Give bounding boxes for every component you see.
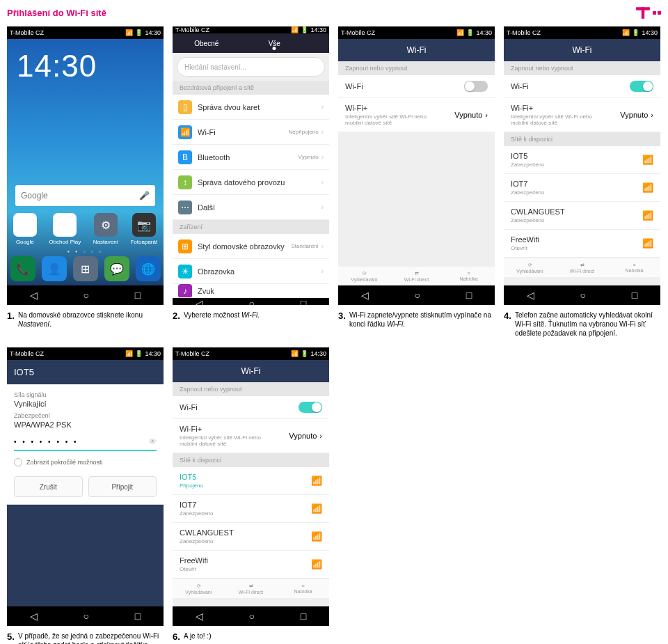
bbar-menu[interactable]: ≡Nabídka [443,267,495,285]
screenshot-step-2: T-Mobile CZ📶🔋14:30 Obecné Vše Hledání na… [173,26,329,305]
mic-icon[interactable]: 🎤 [139,191,150,201]
caption-6: A je to! :) [184,631,211,643]
caption-5: V případě, že se jedná o zabezpečenou Wi… [18,631,164,644]
screenshot-step-5: T-Mobile CZ📶🔋14:30 IOT5 Síla signálu Vyn… [7,347,164,626]
row-more[interactable]: ⋯Další› [173,195,329,220]
screenshot-step-3: T-Mobile CZ📶🔋14:30 Wi-Fi Zapnout nebo vy… [338,26,495,305]
tmobile-logo [635,5,661,20]
dock-contacts[interactable]: 👤 [42,256,67,281]
dialog-title: IOT5 [7,360,164,384]
svg-rect-1 [642,7,644,19]
wifi-toggle-on[interactable] [630,81,653,92]
search-input[interactable]: Hledání nastavení... [177,57,325,77]
wifi-header: Wi-Fi [338,39,495,61]
tab-all[interactable]: Vše [241,40,309,47]
net-iot5[interactable]: IOT5Zabezpečeno📶 [504,146,660,174]
wifi-toggle-off[interactable] [464,81,488,92]
bbar-direct[interactable]: ⇄Wi-Fi direct [390,267,443,285]
page-title: Přihlášení do Wi-Fi sítě [7,8,106,18]
caption-4: Telefon začne automaticky vyhledávat oko… [515,311,660,338]
row-display[interactable]: ☀Obrazovka› [173,259,329,284]
row-dual-sim[interactable]: ▯Správa dvou karet› [173,95,329,120]
net-freewifi[interactable]: FreeWifiOtevřít📶 [504,230,660,258]
net-cwlanguest[interactable]: CWLANGUESTZabezpečeno📶 [504,202,660,230]
app-camera[interactable]: 📷Fotoaparát [130,213,157,245]
row-bluetooth[interactable]: BBluetoothVypnuto› [173,145,329,170]
clock: 14:30 [7,39,164,84]
net-iot5-connected[interactable]: IOT5Připojeno📶 [173,467,329,495]
row-data[interactable]: ↕Správa datového provozu› [173,170,329,195]
row-sound[interactable]: ♪Zvuk [173,284,329,298]
cancel-button[interactable]: Zrušit [14,476,83,497]
wifi-icon: 📶 [642,155,653,165]
wifi-toggle-row[interactable]: Wi-Fi [338,75,495,98]
row-wifi[interactable]: 📶Wi-FiNepřipojeno› [173,120,329,145]
caption-3: Wi-Fi zapnete/vypnete stisknutím vypínač… [349,311,495,329]
password-input[interactable]: • • • • • • • • 👁 [14,433,157,451]
row-homestyle[interactable]: ⊞Styl domovské obrazovkyStandardní› [173,234,329,259]
bbar-scan[interactable]: ⟳Vyhledávání [338,267,390,285]
dock-browser[interactable]: 🌐 [136,256,161,281]
caption-1: Na domovské obrazovce stisknete ikonu Na… [18,311,164,329]
google-search[interactable]: Google🎤 [15,185,155,206]
screenshot-step-1: T-Mobile CZ📶🔋14:30 14:30 Google🎤 GGoogle… [7,26,164,305]
screenshot-step-4: T-Mobile CZ📶🔋14:30 Wi-Fi Zapnout nebo vy… [504,26,660,305]
dock-phone[interactable]: 📞 [10,256,35,281]
app-settings[interactable]: ⚙Nastavení [93,213,118,245]
net-iot7[interactable]: IOT7Zabezpečeno📶 [504,174,660,202]
screenshot-step-6: T-Mobile CZ📶🔋14:30 Wi-Fi Zapnout nebo vy… [173,347,329,626]
advanced-toggle[interactable]: Zobrazit pokročilé možnosti [14,458,157,466]
wifi-plus-row[interactable]: Wi-Fi+Inteligentní výběr sítě Wi-Fi nebo… [338,98,495,132]
dock-apps[interactable]: ⊞ [73,256,98,281]
app-play[interactable]: ▶Obchod Play [49,213,81,245]
dock-messages[interactable]: 💬 [104,256,129,281]
connect-button[interactable]: Připojit [88,476,157,497]
tab-general[interactable]: Obecné [173,40,241,47]
caption-2: Vyberete možnost Wi-Fi. [184,311,260,322]
eye-icon[interactable]: 👁 [149,437,157,446]
app-google[interactable]: GGoogle [13,213,37,245]
